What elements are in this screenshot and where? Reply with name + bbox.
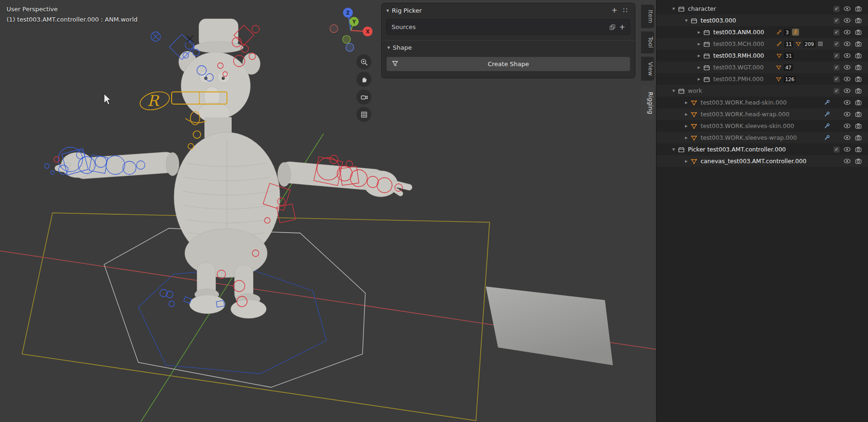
view-axis-gizmo[interactable]: Z Y X	[330, 8, 373, 52]
tab-view[interactable]: View	[641, 57, 654, 81]
exclude-checkbox[interactable]: ✓	[833, 76, 840, 83]
outliner-row-canevas[interactable]: ▸ canevas_test003.AMT.controller.000	[657, 155, 868, 167]
chevron-right-icon[interactable]: ▸	[682, 123, 690, 129]
chevron-right-icon[interactable]: ▸	[682, 111, 690, 117]
chevron-right-icon[interactable]: ▸	[695, 76, 703, 82]
outliner-row-wgt[interactable]: ▸ test003.WGT.000 47 ✓	[657, 61, 868, 73]
camera-view-button[interactable]	[356, 90, 371, 105]
modifier-wrench-icon[interactable]	[824, 135, 830, 141]
outliner-row-sleeves-wrap[interactable]: ▸ test003.WORK.sleeves-wrap.000	[657, 132, 868, 143]
chevron-right-icon[interactable]: ▸	[682, 135, 690, 141]
eye-icon[interactable]	[843, 40, 851, 48]
eye-icon[interactable]	[843, 28, 851, 36]
chevron-right-icon[interactable]: ▸	[695, 53, 703, 59]
layers-icon[interactable]	[609, 23, 616, 31]
panel-header[interactable]: ▾ Rig Picker + ∷	[382, 3, 635, 17]
pan-button[interactable]	[356, 72, 371, 87]
outliner-row-picker[interactable]: ▾ Picker test003.AMT.controller.000 ✓	[657, 143, 868, 155]
chevron-right-icon[interactable]: ▸	[682, 158, 690, 164]
canvas-plane[interactable]	[486, 286, 613, 365]
chevron-right-icon[interactable]: ▸	[695, 29, 703, 35]
mesh-icon	[776, 76, 782, 82]
exclude-checkbox[interactable]: ✓	[833, 17, 840, 24]
exclude-checkbox[interactable]: ✓	[833, 6, 840, 12]
eye-icon[interactable]	[843, 87, 851, 95]
rig-picker-panel: ▾ Rig Picker + ∷ Sources + ▾ Shape Creat…	[382, 3, 635, 78]
exclude-checkbox[interactable]: ✓	[833, 64, 840, 71]
chevron-right-icon[interactable]: ▸	[695, 41, 703, 47]
exclude-checkbox[interactable]: ✓	[833, 29, 840, 36]
eye-icon[interactable]	[843, 16, 851, 24]
exclude-checkbox[interactable]: ✓	[833, 146, 840, 153]
chevron-down-icon[interactable]: ▾	[386, 8, 389, 14]
outliner-row-sleeves-skin[interactable]: ▸ test003.WORK.sleeves-skin.000	[657, 120, 868, 132]
exclude-checkbox[interactable]: ✓	[833, 53, 840, 59]
outliner-row-rmh[interactable]: ▸ test003.RMH.000 31 ✓	[657, 50, 868, 61]
ortho-toggle-button[interactable]	[356, 107, 371, 122]
tab-rigging[interactable]: Rigging	[641, 87, 654, 119]
camera-icon[interactable]	[854, 40, 862, 48]
eye-icon[interactable]	[843, 63, 851, 71]
misc-markers	[187, 36, 193, 42]
camera-icon[interactable]	[854, 122, 862, 130]
outliner-item-label: work	[688, 87, 702, 94]
chevron-down-icon[interactable]: ▾	[670, 88, 678, 94]
outliner-row-test003[interactable]: ▾ test003.000 ✓	[657, 15, 868, 26]
camera-icon[interactable]	[854, 16, 862, 24]
eye-icon[interactable]	[843, 98, 851, 106]
outliner-row-anm[interactable]: ▸ test003.ANM.000 3 ✓	[657, 26, 868, 38]
camera-icon[interactable]	[854, 157, 862, 165]
modifier-wrench-icon[interactable]	[824, 99, 830, 106]
outliner-row-character[interactable]: ▾ character ✓	[657, 3, 868, 15]
chevron-down-icon[interactable]: ▾	[670, 6, 678, 12]
outliner-row-work[interactable]: ▾ work ✓	[657, 85, 868, 97]
chevron-down-icon[interactable]: ▾	[387, 45, 390, 51]
modifier-wrench-icon[interactable]	[824, 123, 830, 129]
create-shape-label: Create Shape	[488, 60, 529, 68]
zoom-button[interactable]	[356, 54, 371, 69]
outliner-row-head-wrap[interactable]: ▸ test003.WORK.head-wrap.000	[657, 108, 868, 120]
exclude-checkbox[interactable]: ✓	[833, 41, 840, 47]
camera-icon[interactable]	[854, 110, 862, 118]
add-source-button[interactable]: +	[609, 6, 620, 15]
tab-tool[interactable]: Tool	[641, 31, 654, 53]
camera-icon[interactable]	[854, 134, 862, 142]
armature-icon	[776, 29, 782, 35]
eye-icon[interactable]	[843, 5, 851, 13]
eye-icon[interactable]	[843, 75, 851, 83]
chevron-right-icon[interactable]: ▸	[682, 99, 690, 106]
outliner-row-mch[interactable]: ▸ test003.MCH.000 11 209 ✓	[657, 38, 868, 50]
sources-add-button[interactable]: +	[616, 23, 625, 31]
camera-icon[interactable]	[854, 87, 862, 95]
sources-list[interactable]: Sources +	[386, 19, 630, 35]
chevron-down-icon[interactable]: ▾	[670, 146, 678, 152]
eye-icon[interactable]	[843, 110, 851, 118]
panel-menu-button[interactable]: ∷	[620, 6, 630, 15]
exclude-checkbox[interactable]: ✓	[833, 88, 840, 94]
grid-icon	[817, 41, 823, 47]
3d-viewport[interactable]: R Z Y X User Perspective (1) test003.AM	[0, 0, 656, 422]
camera-icon[interactable]	[854, 145, 862, 153]
modifier-wrench-icon[interactable]	[824, 111, 830, 117]
camera-icon[interactable]	[854, 75, 862, 83]
camera-icon[interactable]	[854, 5, 862, 13]
camera-icon[interactable]	[854, 52, 862, 60]
eye-icon[interactable]	[843, 134, 851, 142]
camera-icon[interactable]	[854, 63, 862, 71]
create-shape-button[interactable]: Create Shape	[386, 57, 630, 71]
eye-icon[interactable]	[843, 157, 851, 165]
chevron-right-icon[interactable]: ▸	[695, 64, 703, 70]
camera-icon[interactable]	[854, 98, 862, 106]
tab-item[interactable]: Item	[641, 5, 654, 28]
mouse-cursor	[104, 94, 111, 105]
shape-subpanel-header[interactable]: ▾ Shape	[382, 41, 635, 54]
camera-icon[interactable]	[854, 28, 862, 36]
mesh-object-icon	[690, 111, 698, 118]
outliner-row-head-skin[interactable]: ▸ test003.WORK.head-skin.000	[657, 97, 868, 108]
eye-icon[interactable]	[843, 122, 851, 130]
chevron-down-icon[interactable]: ▾	[682, 17, 690, 23]
eye-icon[interactable]	[843, 52, 851, 60]
outliner-row-pmh[interactable]: ▸ test003.PMH.000 126 ✓	[657, 73, 868, 85]
eye-icon[interactable]	[843, 145, 851, 153]
pose-icon[interactable]	[792, 29, 799, 36]
